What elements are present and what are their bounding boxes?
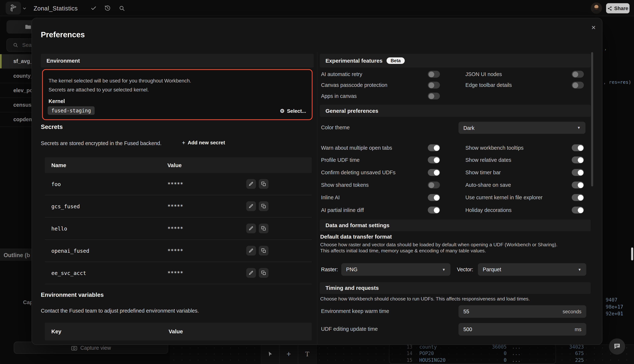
toggle-relative-dates[interactable] [572,156,584,163]
beta-badge: Beta [386,58,405,64]
copy-secret-button[interactable] [259,201,268,211]
toggle-edge-toolbar-details[interactable] [572,82,584,88]
secret-row: openai_fused***** [45,240,312,262]
toggle-warn-multiple-tabs[interactable] [428,144,440,151]
toggle-profile-udf-time[interactable] [428,156,440,163]
secret-row: ee_svc_acct***** [45,262,312,284]
unit-label: ms [575,326,582,332]
copy-icon [261,204,266,209]
folder-icon [25,24,31,30]
toggle-json-ui-nodes[interactable] [572,71,584,78]
secret-row: foo***** [45,173,312,195]
edit-secret-button[interactable] [246,179,256,189]
color-theme-select[interactable]: Dark▼ [458,122,586,134]
experimental-section-header: Experimental features Beta [320,54,591,68]
toggle-timer-bar[interactable] [572,169,584,176]
toggle-row: Inline AI Use current kernel in file exp… [320,193,591,202]
close-icon[interactable]: ✕ [589,23,598,32]
copy-icon [261,226,266,231]
workbench-app: Zonal_Statistics Share Sea sf_avg_ count… [0,0,634,364]
edit-secret-button[interactable] [246,268,256,278]
toggle-auto-share-on-save[interactable] [572,182,584,188]
code-number: 92e+01 [606,311,623,316]
edit-secret-button[interactable] [246,246,256,256]
timing-desc: Choose how Workbench should choose to ru… [320,296,530,302]
toggle-row: Canvas passcode protection Edge toolbar … [320,81,591,90]
copy-secret-button[interactable] [259,179,268,189]
camera-icon [71,345,77,350]
cursor-tool-button[interactable] [261,344,279,364]
environment-section-header: Environment [41,54,314,68]
toggle-ai-partial-inline-diff[interactable] [428,206,440,214]
kernel-note: The kernel selected will be used for you… [48,78,191,84]
kernel-label: Kernel [48,98,65,104]
secret-row: gcs_fused***** [45,195,312,218]
udf-update-label: UDF editing update time [321,326,378,332]
copy-icon [261,248,266,253]
pencil-icon [249,204,254,209]
modal-scrollbar[interactable] [591,52,593,186]
toggle-holiday-decorations[interactable] [572,206,584,214]
secret-row: hello***** [45,218,312,240]
toggle-canvas-passcode[interactable] [428,82,440,88]
chevron-down-icon: ▼ [578,268,582,272]
toggle-row: AI partial inline diff Holiday decoratio… [320,206,591,215]
toggle-workbench-tooltips[interactable] [572,144,584,151]
toggle-inline-ai[interactable] [428,194,440,201]
edit-secret-button[interactable] [246,224,256,233]
copy-icon [261,270,266,275]
code-fragment: , res=res) [603,79,631,85]
fused-logo-icon [9,4,18,12]
copy-secret-button[interactable] [259,224,268,233]
chat-bubble-button[interactable] [609,338,625,355]
env-vars-table-header: Key Value [45,323,312,340]
search-icon[interactable] [119,5,125,12]
saved-check-icon [90,5,96,12]
kernel-value-chip: fused-staging [48,106,94,115]
text-tool-button[interactable]: T [298,344,317,364]
edit-secret-button[interactable] [246,201,256,211]
raster-label: Raster: [321,266,338,272]
unit-label: seconds [562,309,582,314]
chevron-down-icon: ▼ [577,126,581,130]
scrollbar-thumb[interactable] [631,248,633,260]
color-theme-label: Color theme [321,124,350,130]
toggle-apps-in-canvas[interactable] [428,92,440,99]
data-format-section-header: Data and format settings [320,220,591,231]
chevron-down-icon[interactable] [22,6,27,10]
avatar-photo [591,2,602,14]
add-new-secret-button[interactable]: + Add new secret [182,140,225,146]
avatar[interactable] [591,2,602,14]
toggle-ai-automatic-retry[interactable] [428,71,440,78]
raster-format-select[interactable]: PNG▼ [341,263,450,276]
app-logo-button[interactable] [6,2,21,14]
project-title: Zonal_Statistics [34,5,78,12]
topbar: Zonal_Statistics Share [0,0,634,16]
search-placeholder: Sea [22,42,32,48]
copy-secret-button[interactable] [259,246,268,256]
copy-secret-button[interactable] [259,268,268,278]
toggle-confirm-deleting-udfs[interactable] [428,169,440,176]
secrets-header: Secrets [41,123,63,130]
vector-format-select[interactable]: Parquet▼ [478,263,586,276]
toggle-row: Profile UDF time Show relative dates [320,156,591,164]
share-label: Share [614,6,628,11]
pencil-icon [249,270,254,275]
secrets-table-header: Name Value [45,157,312,173]
keep-warm-input[interactable]: 55seconds [458,305,586,318]
modal-title: Preferences [41,30,85,39]
share-button[interactable]: Share [606,3,630,14]
text-tool-icon: T [305,350,309,358]
add-node-button[interactable]: + [279,344,298,364]
pencil-icon [249,226,254,231]
vector-label: Vector: [457,266,473,272]
udf-update-input[interactable]: 500ms [458,323,586,336]
history-icon[interactable] [104,5,111,11]
code-number: 98e+17 [606,304,623,310]
kernel-select-button[interactable]: ⚙ Select... [280,108,306,114]
toggle-shared-tokens[interactable] [428,182,440,188]
toggle-current-kernel-file-explorer[interactable] [572,194,584,201]
secrets-note: Secrets are stored encrypted in the Fuse… [41,140,162,146]
gear-icon: ⚙ [280,108,285,114]
toggle-row: Confirm deleting unsaved UDFs Show timer… [320,168,591,177]
